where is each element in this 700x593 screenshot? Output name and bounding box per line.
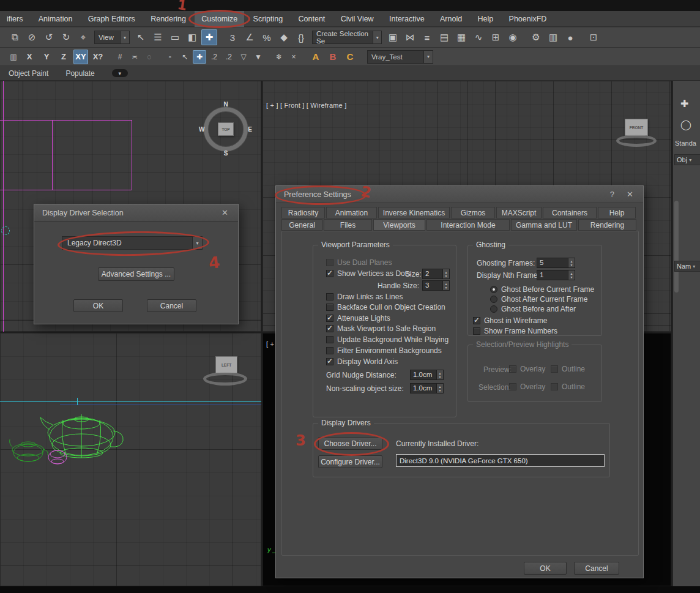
snap-toggle-icon[interactable]: 3 (225, 29, 240, 45)
panel-scrollbar[interactable] (674, 201, 679, 293)
preferences-titlebar[interactable]: Preference Settings ? ✕ (276, 186, 643, 203)
helper-object[interactable] (1, 226, 10, 235)
menubar-item-help[interactable]: Help (471, 11, 500, 27)
driver-select-dropdown[interactable]: Legacy Direct3D ▾ (62, 236, 203, 250)
create-plus-icon[interactable]: ✚ (680, 98, 688, 110)
rectangular-selection-icon[interactable]: ▭ (167, 29, 183, 45)
viewcube-ring[interactable] (203, 372, 247, 386)
redo-icon[interactable]: ↻ (58, 29, 74, 45)
select-and-link-icon[interactable]: ⧉ (7, 29, 23, 45)
axis-xy-button[interactable]: XY (73, 50, 88, 64)
driver-cancel-button[interactable]: Cancel (147, 299, 196, 312)
radio-ghost-before-and-after[interactable]: Ghost Before and After (490, 304, 576, 314)
installed-driver-field[interactable]: Direct3D 9.0 (NVIDIA GeForce GTX 650) (396, 454, 605, 467)
material-editor-icon[interactable]: ◉ (505, 29, 521, 45)
mirror-icon[interactable]: ⋈ (402, 29, 418, 45)
menubar-item-animation[interactable]: Animation (32, 11, 80, 27)
letter-a-icon[interactable]: A (308, 49, 324, 65)
schematic-view-icon[interactable]: ⊞ (488, 29, 504, 45)
view-compass-gizmo[interactable]: N W E S TOP (204, 107, 248, 151)
window-crossing-icon[interactable]: ◧ (184, 29, 200, 45)
ribbon-tab-object-paint[interactable]: Object Paint (0, 66, 57, 81)
ribbon-tab-populate[interactable]: Populate (57, 66, 103, 81)
tab-general[interactable]: General (281, 219, 322, 231)
menubar-item-customize[interactable]: Customize (195, 11, 244, 27)
handle-size-spinner[interactable]: 3 (422, 280, 450, 291)
named-selection-sets-icon[interactable]: ▣ (385, 29, 401, 45)
checkbox-backface-cull[interactable]: Backface Cull on Object Creation (326, 302, 445, 312)
viewcube-left-face[interactable]: LEFT (215, 356, 237, 373)
tab-inverse-kinematics[interactable]: Inverse Kinematics (378, 207, 450, 218)
checkbox-ghost-in-wireframe[interactable]: Ghost in Wireframe (473, 316, 547, 326)
viewcube-top-face[interactable]: TOP (218, 122, 234, 136)
tab-rendering[interactable]: Rendering (578, 219, 636, 231)
preferences-cancel-button[interactable]: Cancel (574, 562, 619, 575)
standard-primitives-dropdown[interactable]: Standa (675, 140, 700, 147)
size-spinner[interactable]: 2 (422, 269, 450, 279)
advanced-settings-button[interactable]: Advanced Settings ... (98, 267, 174, 281)
menubar-item-content[interactable]: Content (292, 11, 332, 27)
reference-coordinate-dropdown[interactable]: View ▾ (94, 31, 130, 44)
axis-x-button[interactable]: X (22, 50, 37, 64)
geometry-circle-icon[interactable]: ◯ (680, 119, 691, 130)
menubar-item-phoenixfd[interactable]: PhoenixFD (502, 11, 554, 27)
snowflake-icon[interactable]: ❄ (272, 50, 286, 64)
help-icon[interactable]: ? (601, 190, 623, 199)
render-production-icon[interactable]: ● (562, 29, 578, 45)
choose-driver-button[interactable]: Choose Driver... (318, 437, 382, 450)
viewcube-ring[interactable] (616, 135, 657, 147)
checkbox-selection-overlay[interactable]: Overlay (509, 382, 545, 392)
wireframe-teapots[interactable] (5, 399, 133, 469)
checkbox-attenuate-lights[interactable]: Attenuate Lights (326, 313, 390, 323)
tab-maxscript[interactable]: MAXScript (496, 207, 542, 218)
scene-explorer-icon[interactable]: ▥ (7, 50, 20, 64)
selection-filter-icon[interactable]: ⌖ (75, 29, 91, 45)
menubar-item-scripting[interactable]: Scripting (247, 11, 290, 27)
tab-help[interactable]: Help (598, 207, 636, 218)
ribbon-toggle-icon[interactable]: ▦ (453, 29, 469, 45)
v-add-constraint-icon[interactable]: ▼ (251, 50, 265, 64)
axis-xy2-button[interactable]: X? (91, 50, 105, 64)
snap-25d-icon[interactable]: .2 (222, 50, 236, 64)
undo-icon[interactable]: ↺ (41, 29, 57, 45)
checkbox-show-vertices-as-dots[interactable]: Show Vertices as Dots (326, 269, 411, 278)
checkbox-update-background[interactable]: Update Background While Playing (326, 335, 449, 345)
tab-gamma-and-lut[interactable]: Gamma and LUT (511, 219, 577, 231)
select-by-name-icon[interactable]: ☰ (150, 29, 166, 45)
axis-y-button[interactable]: Y (39, 50, 54, 64)
tab-interaction-mode[interactable]: Interaction Mode (426, 219, 510, 231)
driver-dialog-titlebar[interactable]: Display Driver Selection ✕ (34, 204, 238, 222)
soft-selection-icon[interactable]: ◌ (143, 50, 156, 64)
close-icon[interactable]: ✕ (218, 208, 232, 217)
keyboard-override-icon[interactable]: {} (293, 29, 309, 45)
close-icon[interactable]: ✕ (623, 190, 637, 199)
tab-containers[interactable]: Containers (543, 207, 597, 218)
configure-driver-button[interactable]: Configure Driver... (318, 455, 382, 468)
tab-radiosity[interactable]: Radiosity (281, 207, 325, 218)
checkbox-preview-outline[interactable]: Outline (551, 364, 585, 374)
grid-snap-icon[interactable]: # (113, 50, 127, 64)
object-type-rollout[interactable]: Obj ▾ (674, 154, 700, 165)
snap-2d-icon[interactable]: .2 (207, 50, 221, 64)
radio-ghost-before-current-frame[interactable]: Ghost Before Current Frame (490, 285, 594, 294)
ribbon-more-icon[interactable]: ▾ (112, 69, 128, 77)
menubar-item-modifiers[interactable]: ifiers (0, 11, 29, 27)
placement-tool-icon[interactable]: ✚ (193, 50, 206, 64)
vray-test-dropdown[interactable]: Vray_Test ▾ (367, 50, 433, 64)
checkbox-use-dual-planes[interactable]: Use Dual Planes (326, 258, 392, 267)
checkbox-mask-viewport-safe-region[interactable]: Mask Viewport to Safe Region (326, 324, 436, 334)
unlink-selection-icon[interactable]: ⊘ (24, 29, 40, 45)
render-setup-icon[interactable]: ⚙ (528, 29, 544, 45)
tab-gizmos[interactable]: Gizmos (451, 207, 495, 218)
letter-c-icon[interactable]: C (342, 49, 358, 65)
named-selection-set-dropdown[interactable]: Create Selection Se ▾ (312, 31, 382, 44)
grid-nudge-spinner[interactable]: 1.0cm (410, 370, 444, 380)
menubar-item-interactive[interactable]: Interactive (382, 11, 431, 27)
workspace-icon[interactable]: ⊡ (586, 29, 601, 45)
layer-manager-icon[interactable]: ▤ (436, 29, 452, 45)
align-icon[interactable]: ≡ (419, 29, 435, 45)
rendered-frame-icon[interactable]: ▥ (545, 29, 561, 45)
ghosting-frames-spinner[interactable]: 5 (537, 258, 575, 268)
driver-ok-button[interactable]: OK (73, 299, 123, 312)
angle-snap-icon[interactable]: ∠ (242, 29, 258, 45)
